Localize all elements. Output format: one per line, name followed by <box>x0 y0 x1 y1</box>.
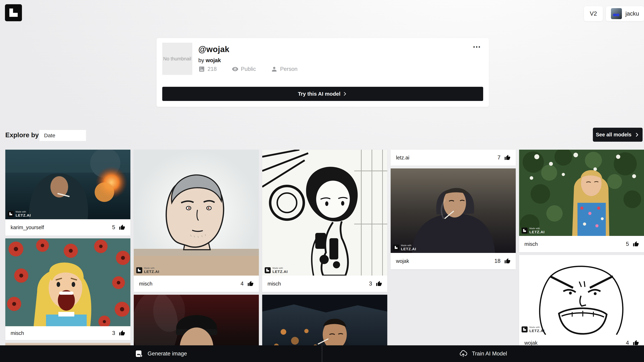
model-thumbnail-placeholder: No thumbnail <box>162 43 192 75</box>
model-name[interactable]: misch <box>268 281 369 287</box>
model-card-label: misch 5 <box>519 236 644 252</box>
like-count: 5 <box>626 241 629 247</box>
try-model-label: Try this AI model <box>298 91 340 97</box>
model-card-label: misch 3 <box>5 326 130 340</box>
version-button[interactable]: V2 <box>584 6 603 21</box>
thumbs-up-icon[interactable] <box>119 224 125 230</box>
model-image-blonde-woman-garden[interactable]: Made withLETZ.AI <box>519 150 644 236</box>
letzai-watermark-icon <box>522 228 528 234</box>
model-name[interactable]: letz.ai <box>396 155 498 161</box>
model-card-misch-flowers[interactable]: misch 3 <box>5 238 130 340</box>
model-name[interactable]: misch <box>139 281 240 287</box>
model-card-wojak-smoker[interactable]: Made withLETZ.AI wojak 18 <box>391 168 516 269</box>
model-card-label: misch 3 <box>262 276 387 292</box>
more-options-button[interactable]: ••• <box>473 44 481 50</box>
model-author-line: by wojak <box>198 57 221 64</box>
model-image-hoodie-smoker[interactable]: Made withLETZ.AI <box>391 168 516 253</box>
visibility-value: Public <box>241 66 256 72</box>
model-card-label: wojak 18 <box>391 253 516 269</box>
model-name[interactable]: karim_yourself <box>10 225 112 230</box>
model-image-bw-anime-cyborg[interactable]: Made withLETZ.AI <box>262 150 387 276</box>
sort-select[interactable]: Date <box>39 130 86 141</box>
thumbs-up-icon[interactable] <box>633 241 639 247</box>
letzai-watermark-icon <box>522 326 528 332</box>
sort-select-value: Date <box>44 133 55 139</box>
train-model-label: Train AI Model <box>472 350 507 357</box>
visibility-stat: Public <box>232 66 256 73</box>
eye-icon <box>232 66 238 73</box>
bottom-action-bar: Generate image Train AI Model <box>0 345 644 362</box>
model-title: @wojak <box>198 45 230 54</box>
subject-type-value: Person <box>280 66 298 72</box>
model-card-misch-wojak-grayhair[interactable]: Made withLETZ.AI misch 4 <box>134 150 259 292</box>
image-count: 218 <box>208 66 217 72</box>
letzai-watermark: Made withLETZ.AI <box>393 244 416 251</box>
try-model-button[interactable]: Try this AI model <box>162 87 483 101</box>
like-count: 18 <box>494 258 500 264</box>
letzai-watermark: Made withLETZ.AI <box>136 267 159 273</box>
model-card-label: karim_yourself 5 <box>5 219 130 236</box>
generate-image-button[interactable]: Generate image <box>0 345 322 362</box>
model-name[interactable]: wojak <box>524 340 626 346</box>
thumbs-up-icon[interactable] <box>376 281 382 287</box>
grid-column-2: Made withLETZ.AI misch 4 <box>134 150 259 362</box>
model-card-misch-garden[interactable]: Made withLETZ.AI misch 5 <box>519 150 644 252</box>
letzai-watermark: Made withLETZ.AI <box>522 227 544 234</box>
see-all-label: See all models <box>596 132 632 138</box>
letzai-watermark-icon <box>136 267 142 273</box>
user-avatar <box>611 8 622 19</box>
model-card-wojak-angry[interactable]: Made withLETZ.AI wojak 4 <box>519 255 644 351</box>
model-image-grayhair-wojak[interactable]: Made withLETZ.AI <box>134 150 259 276</box>
model-profile-card: No thumbnail @wojak by wojak 218 Public … <box>156 38 489 107</box>
see-all-models-button[interactable]: See all models <box>593 128 642 142</box>
model-card-karim-yourself[interactable]: Made withLETZ.AI karim_yourself 5 <box>5 150 130 236</box>
model-card-letzai[interactable]: letz.ai 7 <box>391 150 516 166</box>
model-card-label: misch 4 <box>134 276 259 292</box>
cloud-upload-icon <box>459 349 467 358</box>
thumbs-up-icon[interactable] <box>119 330 125 336</box>
letzai-watermark: Made withLETZ.AI <box>265 267 288 273</box>
letzai-watermark-icon <box>8 211 14 217</box>
author-name[interactable]: wojak <box>206 57 221 63</box>
model-image-hooded-smoker-explosion[interactable]: Made withLETZ.AI <box>5 150 130 219</box>
image-plus-icon <box>135 349 143 358</box>
like-count: 3 <box>112 330 115 336</box>
like-count: 4 <box>626 340 629 346</box>
version-label: V2 <box>590 10 597 17</box>
person-icon <box>271 66 278 73</box>
model-image-angry-wojak-drawing[interactable]: Made withLETZ.AI <box>519 255 644 335</box>
photo-icon <box>198 66 205 73</box>
letzai-watermark: Made withLETZ.AI <box>8 211 31 217</box>
like-count: 3 <box>369 280 372 287</box>
chevron-right-icon <box>634 132 640 137</box>
like-count: 4 <box>240 280 244 287</box>
grid-column-1: Made withLETZ.AI karim_yourself 5 <box>5 150 130 351</box>
user-menu-button[interactable]: jacku <box>606 6 644 21</box>
letzai-watermark-icon <box>393 245 399 251</box>
like-count: 5 <box>112 224 115 231</box>
letzai-watermark: Made withLETZ.AI <box>522 326 544 332</box>
chevron-right-icon <box>342 91 348 97</box>
like-count: 7 <box>498 154 500 161</box>
thumbs-up-icon[interactable] <box>633 340 639 346</box>
model-name[interactable]: wojak <box>396 258 494 264</box>
logo-l-shape <box>10 9 18 17</box>
explore-by-label: Explore by <box>5 131 39 139</box>
thumbs-up-icon[interactable] <box>504 155 510 161</box>
by-label: by <box>198 57 204 63</box>
model-name[interactable]: misch <box>524 241 626 247</box>
thumbs-up-icon[interactable] <box>248 281 254 287</box>
username-label: jacku <box>626 10 639 17</box>
model-card-label: letz.ai 7 <box>391 150 516 166</box>
model-card-misch-anime[interactable]: Made withLETZ.AI misch 3 <box>262 150 387 292</box>
no-thumbnail-label: No thumbnail <box>163 56 191 62</box>
thumbs-up-icon[interactable] <box>504 258 510 264</box>
train-model-button[interactable]: Train AI Model <box>322 345 644 362</box>
letzai-logo-icon[interactable] <box>5 4 22 21</box>
model-image-cartoon-screaming-woman-poppies[interactable] <box>5 238 130 326</box>
image-count-stat: 218 <box>198 66 217 73</box>
model-name[interactable]: misch <box>10 330 112 336</box>
grid-column-5: Made withLETZ.AI misch 5 <box>519 150 644 351</box>
model-stats: 218 Public Person <box>198 66 298 73</box>
subject-type-stat: Person <box>271 66 298 73</box>
